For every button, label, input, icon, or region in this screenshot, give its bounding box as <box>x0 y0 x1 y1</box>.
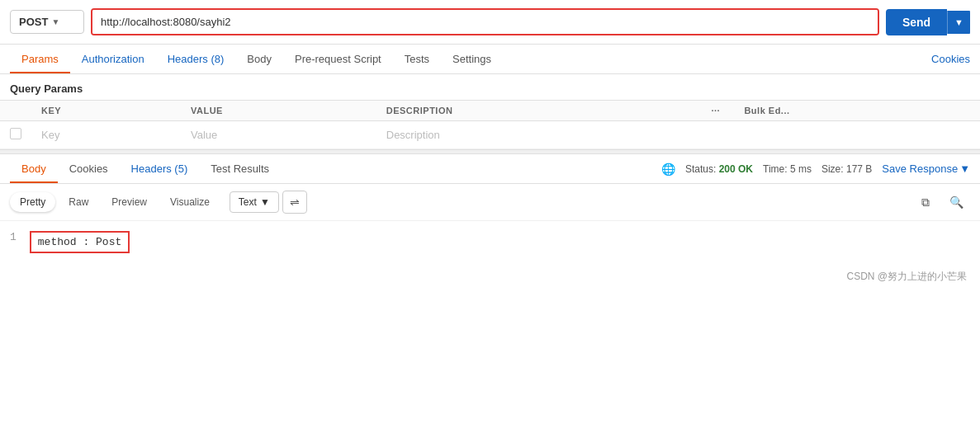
save-response-chevron-icon: ▼ <box>959 163 970 175</box>
row-checkbox[interactable] <box>10 128 21 139</box>
params-table: KEY VALUE DESCRIPTION ··· Bulk Ed... Key… <box>0 100 980 149</box>
search-button[interactable]: 🔍 <box>943 191 970 214</box>
tab-pre-request[interactable]: Pre-request Script <box>283 45 393 73</box>
response-tab-headers[interactable]: Headers (5) <box>120 154 200 183</box>
copy-button[interactable]: ⧉ <box>915 191 936 214</box>
toolbar-right-icons: ⧉ 🔍 <box>915 191 970 214</box>
time-label: Time: 5 ms <box>763 163 812 175</box>
response-tab-body[interactable]: Body <box>10 154 58 183</box>
tab-settings[interactable]: Settings <box>441 45 503 73</box>
copy-icon: ⧉ <box>921 196 930 209</box>
method-select[interactable]: POST ▼ <box>10 10 84 34</box>
url-bar: POST ▼ Send ▼ <box>0 0 980 45</box>
response-tabs: Body Cookies Headers (5) Test Results 🌐 … <box>0 154 980 184</box>
response-tab-test-results[interactable]: Test Results <box>199 154 281 183</box>
wrap-button[interactable]: ⇌ <box>282 191 307 214</box>
tab-authorization[interactable]: Authorization <box>70 45 156 73</box>
row-checkbox-cell <box>0 121 31 149</box>
query-params-header: Query Params <box>0 74 980 100</box>
code-content: method : Post <box>38 236 121 248</box>
watermark: CSDN @努力上进的小芒果 <box>0 263 980 290</box>
row-description-cell[interactable]: Description <box>376 121 702 149</box>
response-section: Body Cookies Headers (5) Test Results 🌐 … <box>0 154 980 263</box>
url-input[interactable] <box>92 10 878 34</box>
col-bulk-header: Bulk Ed... <box>734 101 980 121</box>
request-tabs: Params Authorization Headers (8) Body Pr… <box>0 45 980 74</box>
view-pretty-button[interactable]: Pretty <box>10 192 55 212</box>
tab-headers[interactable]: Headers (8) <box>156 45 236 73</box>
code-area: 1 method : Post <box>0 221 980 263</box>
tab-body[interactable]: Body <box>235 45 283 73</box>
row-bulk-cell <box>734 121 980 149</box>
response-body-toolbar: Pretty Raw Preview Visualize Text ▼ ⇌ ⧉ … <box>0 184 980 221</box>
row-more-cell <box>701 121 734 149</box>
size-label: Size: 177 B <box>821 163 872 175</box>
row-key-cell[interactable]: Key <box>31 121 181 149</box>
view-preview-button[interactable]: Preview <box>102 192 157 212</box>
line-number: 1 <box>10 231 17 253</box>
col-value-header: VALUE <box>181 101 376 121</box>
response-tab-cookies[interactable]: Cookies <box>58 154 120 183</box>
response-status-area: 🌐 Status: 200 OK Time: 5 ms Size: 177 B … <box>661 163 970 176</box>
method-label: POST <box>19 16 48 28</box>
col-key-header: KEY <box>31 101 181 121</box>
wrap-icon: ⇌ <box>290 196 300 209</box>
view-visualize-button[interactable]: Visualize <box>160 192 220 212</box>
save-response-button[interactable]: Save Response ▼ <box>882 163 970 175</box>
format-chevron-icon: ▼ <box>260 196 270 208</box>
table-row: Key Value Description <box>0 121 980 149</box>
row-value-cell[interactable]: Value <box>181 121 376 149</box>
status-label: Status: 200 OK <box>685 163 753 175</box>
col-checkbox <box>0 101 31 121</box>
tab-tests[interactable]: Tests <box>393 45 441 73</box>
cookies-link[interactable]: Cookies <box>931 53 970 65</box>
view-raw-button[interactable]: Raw <box>59 192 98 212</box>
send-dropdown-button[interactable]: ▼ <box>947 11 970 34</box>
col-more-header: ··· <box>701 101 734 121</box>
format-select[interactable]: Text ▼ <box>230 191 279 213</box>
url-input-wrapper <box>91 8 879 35</box>
method-chevron-icon: ▼ <box>51 17 59 26</box>
send-button-group: Send ▼ <box>886 9 970 35</box>
globe-icon: 🌐 <box>661 163 675 176</box>
status-value: 200 OK <box>719 163 753 175</box>
code-box: method : Post <box>30 231 130 253</box>
search-icon: 🔍 <box>949 196 963 209</box>
col-description-header: DESCRIPTION <box>376 101 702 121</box>
tab-params[interactable]: Params <box>10 45 70 73</box>
send-button[interactable]: Send <box>886 9 947 35</box>
